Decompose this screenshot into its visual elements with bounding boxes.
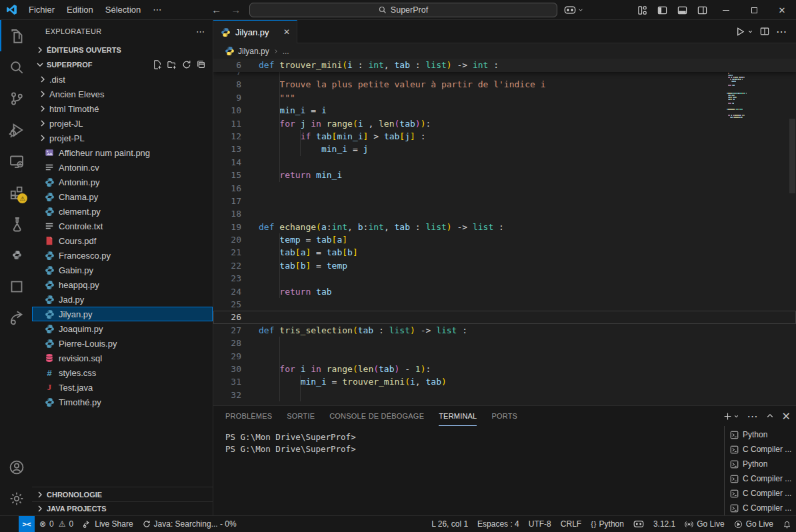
code-editor[interactable]: 7 """8 Trouve la plus petite valeur à pa… <box>213 59 796 405</box>
activity-remote-explorer-icon[interactable] <box>0 145 32 177</box>
nav-forward-icon[interactable]: → <box>231 4 241 15</box>
file-test-java[interactable]: JTest.java <box>32 380 213 395</box>
split-editor-icon[interactable] <box>760 27 769 36</box>
new-file-icon[interactable] <box>153 60 162 69</box>
new-terminal-icon[interactable] <box>723 412 739 421</box>
code-line-22[interactable]: 22 tab[b] = temp <box>213 259 796 272</box>
folder--dist[interactable]: .dist <box>32 72 213 87</box>
panel-tab-sortie[interactable]: SORTIE <box>287 406 315 426</box>
status-go-live-2[interactable]: Go Live <box>729 516 778 532</box>
status-notifications[interactable] <box>778 516 796 532</box>
file-antonin-py[interactable]: Antonin.py <box>32 175 213 189</box>
breadcrumb[interactable]: Jilyan.py ... <box>213 43 796 59</box>
code-line-14[interactable]: 14 <box>213 156 796 169</box>
toggle-secondary-sidebar-icon[interactable] <box>692 1 712 19</box>
window-minimize-button[interactable] <box>712 0 740 20</box>
java-projects-section[interactable]: JAVA PROJECTS <box>32 501 213 515</box>
code-line-23[interactable]: 23 <box>213 272 796 285</box>
window-close-button[interactable]: ✕ <box>768 0 796 20</box>
breadcrumb-file[interactable]: Jilyan.py <box>238 47 269 56</box>
activity-testing-icon[interactable] <box>0 208 32 239</box>
toggle-sidebar-icon[interactable] <box>652 1 672 19</box>
code-line-29[interactable]: 29 <box>213 350 796 363</box>
code-line-8[interactable]: 8 Trouve la plus petite valeur à partir … <box>213 78 796 91</box>
menu-slection[interactable]: Sélection <box>99 3 147 17</box>
panel-maximize-icon[interactable] <box>766 412 774 420</box>
status-eol[interactable]: CRLF <box>556 516 586 532</box>
file-antonin-cv[interactable]: Antonin.cv <box>32 160 213 175</box>
file-cours-pdf[interactable]: Cours.pdf <box>32 233 213 248</box>
code-line-20[interactable]: 20 temp = tab[a] <box>213 233 796 246</box>
folder-projet-jl[interactable]: projet-JL <box>32 116 213 131</box>
problems-status[interactable]: ⊗0 ⚠0 <box>35 516 78 532</box>
file-revision-sql[interactable]: revision.sql <box>32 351 213 365</box>
file-afficheur-num-paint-png[interactable]: Afficheur num paint.png <box>32 145 213 160</box>
panel-close-icon[interactable]: ✕ <box>782 410 791 423</box>
code-line-27[interactable]: 27def tris_selection(tab : list) -> list… <box>213 324 796 337</box>
code-line-10[interactable]: 10 min_i = i <box>213 104 796 117</box>
run-button[interactable] <box>735 27 753 37</box>
folder-ancien-eleves[interactable]: Ancien Eleves <box>32 87 213 101</box>
terminal-list-item[interactable]: C Compiler ... <box>725 442 796 457</box>
breadcrumb-symbol[interactable]: ... <box>283 47 289 56</box>
code-line-31[interactable]: 31 min_i = trouver_mini(i, tab) <box>213 375 796 388</box>
code-line-13[interactable]: 13 min_i = j <box>213 143 796 155</box>
panel-tab-probl-mes[interactable]: PROBLÈMES <box>225 406 272 426</box>
activity-explorer-icon[interactable] <box>0 20 32 51</box>
copilot-chevron-icon[interactable] <box>577 7 584 13</box>
folder-html-timoth-[interactable]: html Timothé <box>32 101 213 116</box>
menu-[interactable]: ⋯ <box>147 3 167 17</box>
code-line-12[interactable]: 12 if tab[min_i] > tab[j] : <box>213 130 796 143</box>
file-chama-py[interactable]: Chama.py <box>32 189 213 204</box>
terminal-list-item[interactable]: C Compiler ... <box>725 486 796 501</box>
refresh-icon[interactable] <box>182 60 191 69</box>
status-cursor-position[interactable]: L 26, col 1 <box>427 516 473 532</box>
file-joaquim-py[interactable]: Joaquim.py <box>32 321 213 336</box>
tab-jilyan-py[interactable]: Jilyan.py ✕ <box>213 20 297 43</box>
status-go-live-server[interactable]: Go Live <box>680 516 729 532</box>
code-line-18[interactable]: 18 <box>213 207 796 220</box>
tab-close-icon[interactable]: ✕ <box>283 27 290 37</box>
timeline-section[interactable]: CHRONOLOGIE <box>32 487 213 501</box>
terminal-list-item[interactable]: Python <box>725 427 796 442</box>
activity-settings-icon[interactable] <box>0 483 32 514</box>
code-line-17[interactable]: 17 <box>213 195 796 207</box>
terminal-list-item[interactable]: Python <box>725 457 796 471</box>
window-maximize-button[interactable] <box>740 0 768 20</box>
code-line-9[interactable]: 9 """ <box>213 91 796 104</box>
status-indentation[interactable]: Espaces : 4 <box>473 516 524 532</box>
terminal-list-item[interactable]: C Compiler ... <box>725 471 796 486</box>
code-line-15[interactable]: 15 return min_i <box>213 169 796 181</box>
file-pierre-louis-py[interactable]: Pierre-Louis.py <box>32 336 213 351</box>
code-line-30[interactable]: 30 for i in range(len(tab) - 1): <box>213 363 796 375</box>
open-editors-section[interactable]: ÉDITEURS OUVERTS <box>32 43 213 57</box>
sticky-scroll-line[interactable]: 6def trouver_mini(i : int, tab : list) -… <box>213 59 796 72</box>
activity-square-ext-icon[interactable] <box>0 271 32 302</box>
file-jilyan-py[interactable]: Jilyan.py <box>32 307 213 321</box>
sticky-line-content[interactable]: 6def trouver_mini(i : int, tab : list) -… <box>213 59 499 71</box>
activity-search-icon[interactable] <box>0 51 32 83</box>
panel-more-actions-icon[interactable]: ⋯ <box>747 410 758 423</box>
live-share-status[interactable]: Live Share <box>78 516 137 532</box>
menu-fichier[interactable]: Fichier <box>23 3 61 17</box>
nav-back-icon[interactable]: ← <box>211 4 221 15</box>
status-python-version[interactable]: 3.12.1 <box>649 516 680 532</box>
status-language-mode[interactable]: { }Python <box>586 516 629 532</box>
code-line-32[interactable]: 32 <box>213 389 796 401</box>
panel-tab-console-de-d-bogage[interactable]: CONSOLE DE DÉBOGAGE <box>329 406 424 426</box>
command-center-search[interactable]: SuperProf <box>249 3 557 17</box>
collapse-folders-icon[interactable] <box>197 60 206 69</box>
editor-more-actions-icon[interactable]: ⋯ <box>776 25 787 38</box>
file-gabin-py[interactable]: Gabin.py <box>32 263 213 277</box>
code-line-11[interactable]: 11 for j in range(i , len(tab)): <box>213 117 796 130</box>
customize-layout-icon[interactable] <box>632 1 652 19</box>
status-copilot[interactable] <box>629 516 649 532</box>
copilot-icon[interactable] <box>564 5 576 15</box>
new-folder-icon[interactable] <box>167 60 177 69</box>
file-jad-py[interactable]: Jad.py <box>32 292 213 307</box>
panel-tab-ports[interactable]: PORTS <box>491 406 517 426</box>
code-line-28[interactable]: 28 <box>213 337 796 349</box>
code-line-21[interactable]: 21 tab[a] = tab[b] <box>213 246 796 259</box>
activity-run-debug-icon[interactable] <box>0 114 32 145</box>
status-encoding[interactable]: UTF-8 <box>524 516 556 532</box>
